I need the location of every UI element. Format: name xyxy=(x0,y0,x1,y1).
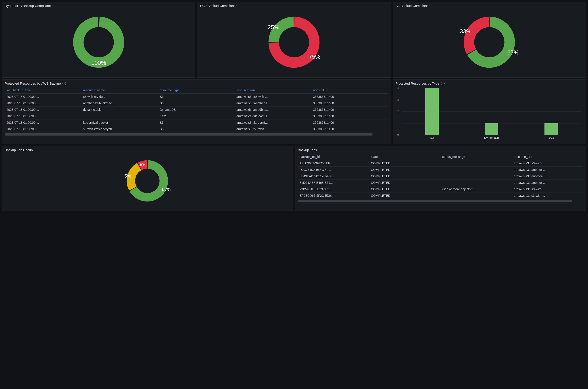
cell-status-message: One or more objects f... xyxy=(440,186,512,193)
info-icon[interactable]: i xyxy=(62,82,66,85)
cell-state: COMPLETED xyxy=(369,166,441,173)
table-scroll[interactable]: backup_job_id state status_message resou… xyxy=(298,154,583,207)
table-row[interactable]: 2023-07-18 01:00:00....s3-with-kms-encry… xyxy=(5,126,388,132)
table-row[interactable]: A95E9602-3FEC-1EF...COMPLETEDarn:aws:s3:… xyxy=(298,160,583,166)
cell-resource-name: s3-with-kms-encrypti... xyxy=(81,126,158,132)
cell-account-id: 356386311400 xyxy=(311,94,388,100)
slice-label: 25% xyxy=(268,24,279,31)
bar-dynamodb[interactable] xyxy=(485,123,498,135)
cell-resource-type: DynamoDB xyxy=(158,106,235,113)
table-row[interactable]: 2023-07-18 01:00:00....EC2arn:aws:ec2:us… xyxy=(5,113,388,120)
panel-title: S3 Backup Compliance xyxy=(396,4,583,8)
cell-resource-arn: arn:aws:ec2:us-east-1... xyxy=(235,113,311,120)
cell-resource-type: S3 xyxy=(158,126,235,132)
cell-resource-type: S3 xyxy=(158,120,235,126)
table-row[interactable]: 6B49EAD7-B117-247F...COMPLETEDarn:aws:s3… xyxy=(298,173,583,180)
cell-account-id: 356386311400 xyxy=(311,120,388,126)
cell-resource-arn: arn:aws:s3:::another-s... xyxy=(235,100,311,106)
protected-resources-table-panel[interactable]: Protected Resources by AWS Backup i last… xyxy=(2,79,391,144)
cell-resource-arn: arn:aws:s3:::s3-with-... xyxy=(235,126,311,132)
cell-state: COMPLETED xyxy=(369,173,441,180)
donut-chart: 100% xyxy=(5,9,192,75)
x-tick-label: S3 xyxy=(423,136,441,139)
table-row[interactable]: 2023-07-18 01:00:00....another-s3-bucket… xyxy=(5,100,388,106)
slice-label: 25% xyxy=(124,173,131,178)
y-tick-label: 3 xyxy=(397,98,399,101)
cell-account-id: 356386311400 xyxy=(311,126,388,132)
dynamodb-compliance-panel[interactable]: DynamoDB Backup Compliance 100% xyxy=(2,2,195,78)
table-row[interactable]: 81DC1AE7-B468-B59...COMPLETEDarn:aws:s3:… xyxy=(298,180,583,186)
col-account-id[interactable]: account_id xyxy=(311,87,388,94)
info-icon[interactable]: i xyxy=(441,82,445,85)
bar-s3[interactable] xyxy=(425,88,439,135)
table-row[interactable]: 2023-07-18 01:00:00....s3-with-my-dataS3… xyxy=(5,94,388,100)
table-row[interactable]: 2023-07-18 01:00:00....late-arrival-buck… xyxy=(5,120,388,126)
backup-jobs-panel[interactable]: Backup Jobs backup_job_id state status_m… xyxy=(295,146,586,211)
backup-jobs-table: backup_job_id state status_message resou… xyxy=(298,154,583,199)
cell-resource-arn: arn:aws:s3:::s3-with-... xyxy=(512,186,583,193)
panel-title: EC2 Backup Compliance xyxy=(200,4,388,8)
table-row[interactable]: EF9BCD67-5F2C-5D0...COMPLETEDarn:aws:s3:… xyxy=(298,193,583,199)
cell-backup-job-id: A95E9602-3FEC-1EF... xyxy=(298,160,369,166)
x-tick-label: DynamoDB xyxy=(483,136,500,139)
table-scroll[interactable]: last_backup_time resource_name resource_… xyxy=(5,87,388,140)
ec2-donut: 75%25% xyxy=(265,13,323,71)
cell-state: COMPLETED xyxy=(369,160,441,166)
cell-resource-name: s3-with-my-data xyxy=(81,94,158,100)
slice-label: 100% xyxy=(91,59,106,66)
panel-title-text: Protected Resources by Type xyxy=(396,82,439,85)
bar-ec2[interactable] xyxy=(544,123,558,135)
panel-title: Backup Job Health xyxy=(5,148,290,152)
horizontal-scrollbar[interactable] xyxy=(298,200,572,202)
col-status-message[interactable]: status_message xyxy=(440,154,512,160)
cell-backup-job-id: 81DC1AE7-B468-B59... xyxy=(298,180,369,186)
cell-last-backup-time: 2023-07-18 01:00:00.... xyxy=(5,94,81,100)
cell-last-backup-time: 2023-07-18 01:00:00.... xyxy=(5,106,81,113)
col-resource-type[interactable]: resource_type xyxy=(158,87,235,94)
cell-backup-job-id: EF9BCD67-5F2C-5D0... xyxy=(298,193,369,199)
col-backup-job-id[interactable]: backup_job_id xyxy=(298,154,369,160)
x-tick-label: EC2 xyxy=(542,136,560,139)
cell-last-backup-time: 2023-07-18 01:00:00.... xyxy=(5,113,81,120)
cell-resource-arn: arn:aws:dynamodb:us... xyxy=(235,106,311,113)
cell-resource-arn: arn:aws:s3:::another-... xyxy=(512,166,583,173)
bar-area: 01234S3DynamoDBEC2 xyxy=(402,88,581,135)
cell-account-id: 356386311400 xyxy=(311,106,388,113)
ec2-compliance-panel[interactable]: EC2 Backup Compliance 75%25% xyxy=(197,2,391,78)
cell-account-id: 356386311400 xyxy=(311,113,388,120)
table-row[interactable]: 79B5F81D-8B23-833...COMPLETEDOne or more… xyxy=(298,186,583,193)
cell-status-message xyxy=(440,180,512,186)
job-health-donut: 67%25%8% xyxy=(124,158,171,204)
col-resource-arn[interactable]: resource_arn xyxy=(512,154,583,160)
cell-resource-type: S3 xyxy=(158,100,235,106)
cell-last-backup-time: 2023-07-18 01:00:00.... xyxy=(5,126,81,132)
cell-resource-arn: arn:aws:s3:::another-... xyxy=(512,173,583,180)
bar-chart: 01234S3DynamoDBEC2 xyxy=(396,87,583,140)
horizontal-scrollbar[interactable] xyxy=(5,133,372,135)
y-tick-label: 1 xyxy=(397,122,399,125)
backup-jobs-tbody: A95E9602-3FEC-1EF...COMPLETEDarn:aws:s3:… xyxy=(298,160,583,199)
protected-resources-table: last_backup_time resource_name resource_… xyxy=(5,87,388,132)
cell-state: COMPLETED xyxy=(369,186,441,193)
table-header-row: last_backup_time resource_name resource_… xyxy=(5,87,388,94)
donut-chart: 67%33% xyxy=(396,9,583,75)
slice-label: 67% xyxy=(507,49,518,56)
slice-label: 67% xyxy=(162,187,171,192)
col-resource-name[interactable]: resource_name xyxy=(81,87,158,94)
cell-state: COMPLETED xyxy=(369,180,441,186)
table-row[interactable]: 2023-07-18 01:00:00....dynamictableDynam… xyxy=(5,106,388,113)
s3-compliance-panel[interactable]: S3 Backup Compliance 67%33% xyxy=(393,2,586,78)
slice-label: 8% xyxy=(140,162,147,167)
table-row[interactable]: D0C754D2-96EC-49...COMPLETEDarn:aws:s3::… xyxy=(298,166,583,173)
y-tick-label: 0 xyxy=(397,133,399,136)
protected-by-type-panel[interactable]: Protected Resources by Type i 01234S3Dyn… xyxy=(393,79,586,144)
backup-job-health-panel[interactable]: Backup Job Health 67%25%8% xyxy=(2,146,293,211)
dynamodb-donut: 100% xyxy=(70,13,128,71)
col-last-backup-time[interactable]: last_backup_time xyxy=(5,87,81,94)
cell-resource-arn: arn:aws:s3:::s3-with-... xyxy=(512,160,583,166)
cell-status-message xyxy=(440,166,512,173)
col-resource-arn[interactable]: resource_arn xyxy=(235,87,311,94)
col-state[interactable]: state xyxy=(369,154,441,160)
cell-resource-name: another-s3-bucket-te... xyxy=(81,100,158,106)
cell-backup-job-id: D0C754D2-96EC-49... xyxy=(298,166,369,173)
